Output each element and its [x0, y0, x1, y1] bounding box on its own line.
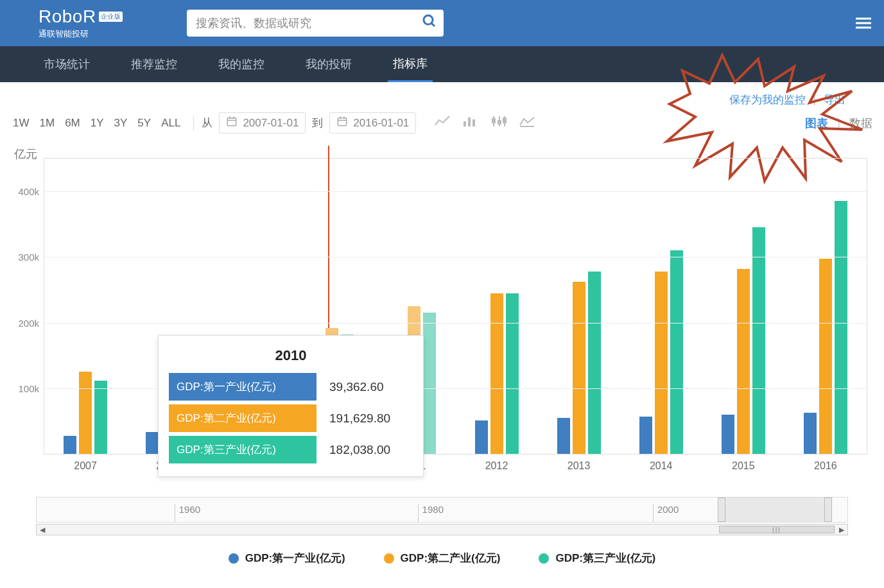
bar[interactable]: [94, 381, 107, 454]
nav-item[interactable]: 指标库: [388, 47, 433, 82]
chart-legend: GDP:第一产业(亿元) GDP:第二产业(亿元) GDP:第三产业(亿元): [0, 551, 884, 566]
range-button[interactable]: 6M: [60, 114, 85, 132]
range-button[interactable]: 1Y: [85, 114, 109, 132]
separator: [193, 116, 194, 131]
bar[interactable]: [475, 420, 488, 454]
legend-item[interactable]: GDP:第三产业(亿元): [539, 551, 655, 566]
x-tick-label: 2014: [650, 460, 673, 472]
menu-icon[interactable]: [856, 15, 871, 31]
bar[interactable]: [588, 272, 601, 454]
svg-rect-3: [228, 118, 237, 126]
x-tick-label: 2015: [732, 460, 755, 472]
chart-tooltip: 2010 GDP:第一产业(亿元) 39,362.60 GDP:第二产业(亿元)…: [158, 335, 424, 477]
bar[interactable]: [670, 250, 683, 454]
bar-group[interactable]: 2013: [538, 159, 620, 454]
horizontal-scrollbar[interactable]: ◀ ||| ▶: [36, 524, 848, 535]
navigator-handle-right[interactable]: [824, 497, 832, 522]
view-toggle: 图表 | 数据: [801, 116, 876, 131]
export-link[interactable]: 导出: [824, 92, 845, 107]
date-to-input[interactable]: 2016-01-01: [329, 112, 416, 134]
bar[interactable]: [557, 418, 570, 454]
range-button[interactable]: ALL: [156, 114, 186, 132]
logo-text: RoboR: [39, 6, 96, 27]
legend-item[interactable]: GDP:第一产业(亿元): [229, 551, 345, 566]
range-button[interactable]: 1M: [35, 114, 60, 132]
svg-rect-11: [464, 121, 466, 126]
legend-label: GDP:第二产业(亿元): [401, 551, 501, 566]
bar[interactable]: [79, 372, 92, 454]
calendar-icon: [336, 116, 348, 130]
search-icon[interactable]: [422, 13, 437, 33]
logo: RoboR 企业版 通联智能投研: [39, 6, 123, 40]
bar[interactable]: [752, 227, 765, 454]
legend-item[interactable]: GDP:第二产业(亿元): [384, 551, 501, 566]
logo-badge: 企业版: [99, 12, 123, 22]
bar[interactable]: [655, 272, 668, 454]
navigator-selection[interactable]: [725, 497, 824, 522]
svg-line-1: [431, 23, 435, 26]
tooltip-series-label: GDP:第三产业(亿元): [169, 436, 316, 463]
tooltip-series-value: 191,629.80: [316, 411, 413, 426]
navigator-tick: 1960: [175, 504, 200, 522]
bar-group[interactable]: 2007: [44, 159, 126, 454]
scroll-left-icon[interactable]: ◀: [37, 526, 48, 534]
navigator-handle-left[interactable]: [718, 497, 725, 522]
legend-dot-icon: [384, 553, 394, 564]
tooltip-series-label: GDP:第二产业(亿元): [169, 404, 316, 432]
bar[interactable]: [490, 293, 503, 454]
bar[interactable]: [819, 259, 832, 454]
gridline: [44, 323, 867, 324]
scrollbar-track[interactable]: |||: [48, 524, 836, 535]
tooltip-series-value: 182,038.00: [316, 443, 413, 457]
range-button[interactable]: 1W: [8, 114, 35, 132]
gridline: [44, 191, 867, 192]
date-from-input[interactable]: 2007-01-01: [219, 112, 306, 134]
bar[interactable]: [64, 436, 76, 454]
bar-chart-icon[interactable]: [462, 115, 479, 131]
svg-rect-19: [503, 118, 506, 123]
save-monitor-link[interactable]: 保存为我的监控: [729, 92, 806, 107]
bar[interactable]: [835, 201, 847, 454]
view-data-button[interactable]: 数据: [845, 116, 876, 131]
nav-item[interactable]: 我的投研: [300, 48, 357, 81]
bar[interactable]: [639, 417, 652, 454]
bar[interactable]: [423, 313, 436, 454]
search-input[interactable]: [187, 10, 444, 37]
chart-area: 亿元 2007200820092010201120122013201420152…: [6, 146, 878, 493]
x-tick-label: 2007: [74, 460, 97, 472]
chart-toolbar: 1W1M6M1Y3Y5YALL 从 2007-01-01 到 2016-01-0…: [0, 107, 884, 134]
y-tick-label: 400k: [18, 186, 39, 197]
bar[interactable]: [506, 293, 519, 454]
x-tick-label: 2012: [485, 460, 508, 472]
area-chart-icon[interactable]: [519, 115, 535, 131]
bar[interactable]: [573, 282, 585, 454]
bar[interactable]: [804, 413, 817, 454]
from-label: 从: [202, 116, 212, 130]
candlestick-icon[interactable]: [490, 115, 507, 131]
nav-item[interactable]: 推荐监控: [126, 48, 182, 81]
tooltip-series-label: GDP:第一产业(亿元): [169, 373, 316, 401]
scroll-right-icon[interactable]: ▶: [836, 526, 847, 534]
nav-item[interactable]: 市场统计: [39, 48, 95, 81]
calendar-icon: [226, 116, 238, 130]
nav-item[interactable]: 我的监控: [213, 48, 270, 81]
tooltip-series-value: 39,362.60: [316, 380, 413, 394]
scrollbar-thumb[interactable]: |||: [719, 526, 835, 533]
bar-group[interactable]: 2015: [702, 159, 784, 454]
line-chart-icon[interactable]: [434, 115, 451, 131]
bar-group[interactable]: 2012: [455, 159, 537, 454]
date-to-value: 2016-01-01: [353, 117, 409, 130]
bar-group[interactable]: 2016: [784, 159, 867, 454]
range-button[interactable]: 3Y: [109, 114, 133, 132]
bar[interactable]: [722, 415, 734, 454]
bar[interactable]: [146, 432, 159, 454]
time-navigator[interactable]: 196019802000: [36, 497, 848, 523]
view-chart-button[interactable]: 图表: [801, 116, 832, 131]
x-tick-label: 2013: [568, 460, 591, 472]
separator: |: [813, 94, 816, 107]
bar-group[interactable]: 2014: [620, 159, 702, 454]
legend-dot-icon: [539, 553, 549, 564]
bar[interactable]: [737, 269, 750, 454]
legend-label: GDP:第一产业(亿元): [245, 551, 345, 566]
range-button[interactable]: 5Y: [132, 114, 156, 132]
